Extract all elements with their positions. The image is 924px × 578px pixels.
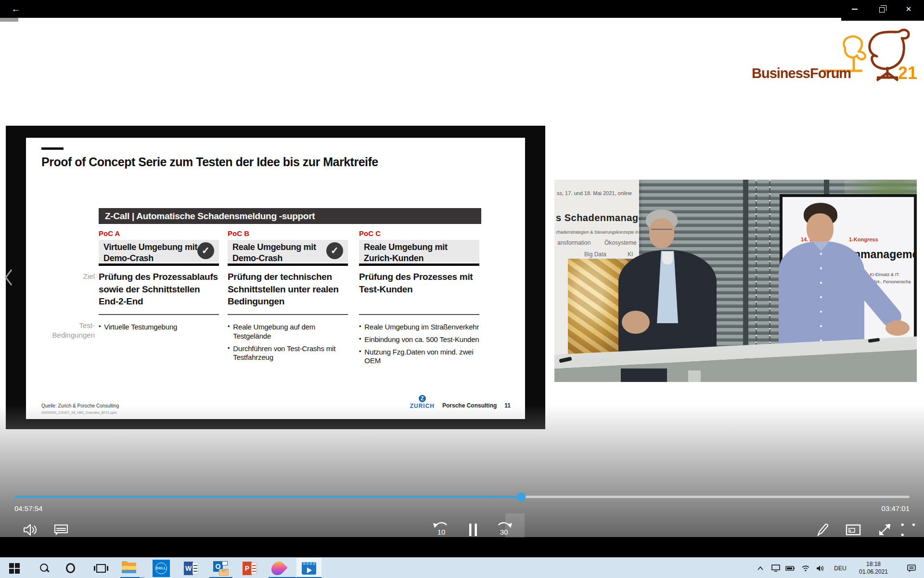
restore-button[interactable] xyxy=(871,0,893,18)
column-separator xyxy=(99,314,219,315)
taskbar-movies-tv-active[interactable] xyxy=(296,558,321,578)
tray-date: 01.06.2021 xyxy=(859,568,888,576)
ziel-text: Prüfung des Prozesses mit Test-Kunden xyxy=(359,271,479,295)
player-controls-overlay xyxy=(0,405,924,537)
dell-icon: DELL xyxy=(153,560,170,577)
presentation-slide: Proof of Concept Serie zum Testen der Id… xyxy=(26,138,525,419)
speaker-small-icon xyxy=(816,565,824,572)
taskbar-dell-app[interactable]: DELL xyxy=(151,558,172,578)
back-button[interactable]: ← xyxy=(9,4,23,15)
tray-network-icon[interactable] xyxy=(799,558,812,578)
tray-show-hidden-icons[interactable] xyxy=(754,558,767,578)
action-center-button[interactable] xyxy=(903,558,920,578)
skip-back-10-button[interactable]: 10 xyxy=(431,519,451,539)
tray-battery-icon[interactable] xyxy=(783,558,797,578)
cortana-button[interactable] xyxy=(60,558,81,578)
player-bottom-letterbox xyxy=(0,537,924,557)
seek-bar[interactable] xyxy=(14,496,910,498)
poster-dates: ss, 17. und 18. Mai 2021, online xyxy=(557,190,632,196)
start-button[interactable] xyxy=(4,558,25,578)
tray-volume-icon[interactable] xyxy=(813,558,827,578)
paint3d-drop-icon xyxy=(269,559,288,578)
taskbar-file-explorer[interactable] xyxy=(118,558,140,578)
movies-tv-button[interactable] xyxy=(298,558,320,578)
volume-button[interactable] xyxy=(21,521,39,539)
presenter2-face xyxy=(807,213,834,244)
taskbar-word[interactable]: W xyxy=(180,558,202,578)
minimize-button[interactable] xyxy=(844,0,866,18)
presenter-video[interactable]: ss, 17. und 18. Mai 2021, online s Schad… xyxy=(554,180,917,382)
zurich-z-icon: Z xyxy=(419,395,426,402)
seek-thumb[interactable] xyxy=(516,492,526,501)
column-divider xyxy=(359,263,479,266)
logo-text: BusinessForum xyxy=(752,66,851,81)
close-button[interactable]: ✕ xyxy=(898,0,920,18)
pencil-icon xyxy=(815,523,829,537)
bullet-item: Durchführen von Test-Crashs mit Testfahr… xyxy=(233,344,349,363)
column-divider xyxy=(228,263,348,266)
skip-back-icon: 10 xyxy=(432,520,451,539)
powerpoint-icon: P xyxy=(243,562,257,575)
taskbar-search-button[interactable] xyxy=(34,558,55,578)
fullscreen-icon xyxy=(877,523,892,537)
row-label-ziel: Ziel xyxy=(41,272,95,281)
poster-tag: Big Data xyxy=(584,251,606,258)
wifi-icon xyxy=(801,565,810,572)
more-options-button[interactable]: • • • xyxy=(901,522,922,538)
bullet-item: Einbindung von ca. 500 Test-Kunden xyxy=(364,335,479,344)
tray-display-icon[interactable] xyxy=(769,558,783,578)
pause-icon xyxy=(467,523,479,537)
battery-icon xyxy=(785,565,795,571)
businessforum-logo: BusinessForum 21 xyxy=(751,26,919,89)
poc-label: PoC A xyxy=(99,229,120,237)
task-view-button[interactable] xyxy=(90,558,112,578)
bullet-item: Nutzung Fzg.Daten von mind. zwei OEM xyxy=(364,348,480,366)
taskbar-outlook[interactable]: O xyxy=(210,558,231,578)
skip-back-number: 10 xyxy=(437,528,446,536)
bullet-item: Reale Umgebung im Straßenverkehr xyxy=(364,323,479,332)
tray-language[interactable]: DEU xyxy=(830,558,851,578)
skip-forward-number: 30 xyxy=(500,528,508,536)
bullet-list: •Virtuelle Testumgebung xyxy=(99,323,220,335)
elapsed-time: 04:57:54 xyxy=(14,504,42,512)
skip-forward-30-button[interactable]: 30 xyxy=(494,519,514,539)
app-window: ← ✕ BusinessForum 21 Proof of Concept Se… xyxy=(0,0,924,578)
slide-letterbox-frame[interactable]: Proof of Concept Serie zum Testen der Id… xyxy=(6,126,545,429)
tv-title-text: nmanagemen xyxy=(854,248,917,261)
minimize-icon xyxy=(852,9,858,10)
row-label-test-bedingungen: Test- Bedingungen xyxy=(33,321,95,340)
captions-icon xyxy=(54,524,68,536)
slide-banner: Z-Call | Automatische Schadensmeldung -s… xyxy=(99,208,481,224)
column-separator xyxy=(359,314,479,315)
tv-kongress-text: 1-Kongress xyxy=(849,236,878,242)
taskbar-paint3d[interactable] xyxy=(268,558,289,578)
check-icon: ✓ xyxy=(197,242,214,259)
taskbar-powerpoint[interactable]: P xyxy=(239,558,260,578)
bullet-list: •Reale Umgebung im Straßenverkehr •Einbi… xyxy=(359,323,480,369)
poster-tag: ansformation xyxy=(557,239,590,246)
mini-player-button[interactable] xyxy=(844,521,863,539)
slide-title: Proof of Concept Serie zum Testen der Id… xyxy=(41,155,378,169)
dell-wordmark: DELL xyxy=(155,563,167,574)
outlook-icon: O xyxy=(213,561,229,576)
previous-chevron-icon[interactable] xyxy=(3,268,15,287)
presenter1-tshirt xyxy=(662,252,673,264)
subtitles-button[interactable] xyxy=(52,521,70,539)
cortana-icon xyxy=(66,563,75,573)
tray-clock[interactable]: 18:18 01.06.2021 xyxy=(853,558,894,578)
word-icon: W xyxy=(184,562,198,575)
titlebar xyxy=(0,0,924,18)
poc-label: PoC B xyxy=(228,229,249,237)
fullscreen-button[interactable] xyxy=(875,520,894,539)
bullet-item: Reale Umgebung auf dem Testgelände xyxy=(233,323,349,341)
bullet-item: Virtuelle Testumgebung xyxy=(104,323,177,332)
movies-tv-icon xyxy=(302,562,316,575)
column-divider xyxy=(99,263,219,266)
slide-title-dash xyxy=(41,147,64,150)
ink-edit-button[interactable] xyxy=(812,520,832,539)
column-separator xyxy=(228,314,348,315)
pause-button[interactable] xyxy=(464,521,482,539)
windows-logo-icon xyxy=(9,563,20,574)
ziel-text: Prüfung der technischen Schnittstellen u… xyxy=(228,271,348,308)
presenter1-lower xyxy=(621,368,667,382)
